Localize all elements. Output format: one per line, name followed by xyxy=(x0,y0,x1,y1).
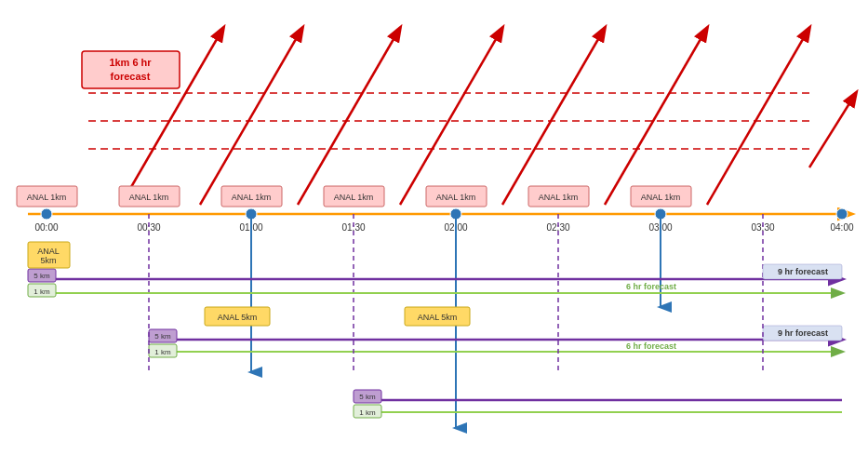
svg-text:ANAL 1km: ANAL 1km xyxy=(232,193,272,202)
svg-text:ANAL: ANAL xyxy=(37,247,60,256)
svg-line-5 xyxy=(605,28,707,205)
svg-text:ANAL 1km: ANAL 1km xyxy=(27,193,67,202)
svg-text:6 hr forecast: 6 hr forecast xyxy=(626,282,676,291)
svg-line-3 xyxy=(400,28,502,205)
diagram-container: 1km 6 hr forecast 00:00 00:30 01:00 01:3… xyxy=(0,0,868,468)
svg-text:5 km: 5 km xyxy=(33,272,50,280)
main-svg: 1km 6 hr forecast 00:00 00:30 01:00 01:3… xyxy=(0,0,868,468)
svg-text:04:00: 04:00 xyxy=(830,222,853,233)
svg-text:6 hr forecast: 6 hr forecast xyxy=(626,341,676,351)
svg-text:1km 6 hr: 1km 6 hr xyxy=(109,57,152,68)
svg-text:5km: 5km xyxy=(40,256,56,265)
svg-line-6 xyxy=(707,28,809,205)
svg-text:1 km: 1 km xyxy=(359,408,376,417)
svg-text:ANAL 5km: ANAL 5km xyxy=(418,313,458,322)
svg-line-4 xyxy=(502,28,605,205)
svg-text:ANAL 1km: ANAL 1km xyxy=(334,193,374,202)
svg-point-24 xyxy=(41,208,52,220)
svg-text:5 km: 5 km xyxy=(359,393,376,401)
svg-text:ANAL 1km: ANAL 1km xyxy=(641,193,681,202)
svg-line-1 xyxy=(200,28,302,205)
svg-point-28 xyxy=(836,208,848,220)
svg-line-2 xyxy=(298,28,400,205)
svg-text:1 km: 1 km xyxy=(154,348,171,356)
svg-text:9 hr forecast: 9 hr forecast xyxy=(778,328,828,338)
svg-text:ANAL 1km: ANAL 1km xyxy=(436,193,476,202)
svg-text:ANAL 5km: ANAL 5km xyxy=(218,313,258,322)
svg-text:1 km: 1 km xyxy=(33,287,50,296)
svg-text:ANAL 1km: ANAL 1km xyxy=(539,193,579,202)
svg-text:5 km: 5 km xyxy=(154,332,171,341)
svg-line-7 xyxy=(809,93,856,167)
svg-text:forecast: forecast xyxy=(111,71,151,82)
svg-text:ANAL 1km: ANAL 1km xyxy=(129,193,169,202)
svg-text:9 hr forecast: 9 hr forecast xyxy=(778,267,828,276)
svg-text:00:00: 00:00 xyxy=(34,222,58,233)
